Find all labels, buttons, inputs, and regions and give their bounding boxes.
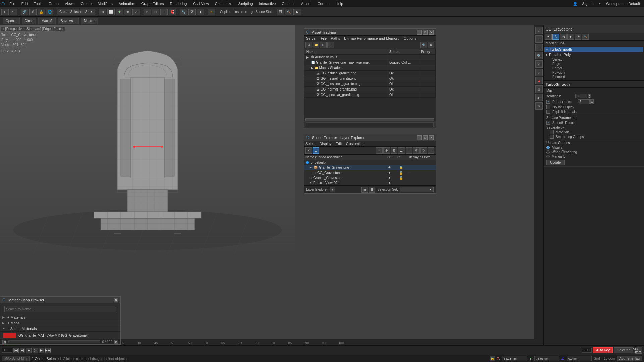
render-iters-up[interactable]: ▲ (590, 99, 594, 102)
se-tb-freeze[interactable]: ❄ (413, 147, 420, 154)
menu-file[interactable]: File (7, 1, 18, 6)
open-btn[interactable]: Open... (3, 18, 20, 24)
create-sel-dropdown[interactable]: ▼ (90, 10, 93, 13)
scene-tool-9[interactable]: ◐ (535, 94, 543, 101)
hierarchy-tab-icon[interactable]: ⋈ (560, 34, 567, 40)
mat-scene-header[interactable]: ▼ - Scene Materials (0, 326, 120, 332)
mat-close-btn[interactable]: ✕ (114, 298, 118, 302)
asset-menu-options[interactable]: Options (404, 36, 416, 40)
iterations-down[interactable]: ▼ (588, 96, 591, 98)
submod-vertex[interactable]: Vertex (551, 57, 643, 62)
se-tb-add2[interactable]: ⊕ (383, 147, 390, 154)
scene-tool-2[interactable]: ☰ (535, 35, 543, 43)
mat-next-btn[interactable]: ▶ (114, 340, 118, 344)
asset-menu-bitmap[interactable]: Bitmap Performance and Memory (344, 36, 399, 40)
menu-tools[interactable]: Tools (31, 1, 45, 6)
render-preview-btn[interactable]: ▶ (293, 9, 301, 15)
iterations-arrows[interactable]: ▲ ▼ (588, 94, 591, 98)
table-row[interactable]: 🖼 GG_glossines_granite.png Ok (304, 81, 436, 87)
scene-tool-10[interactable]: 👁 (535, 102, 543, 110)
utilities-tab-icon[interactable]: 🔨 (582, 34, 589, 40)
modifier-turbosmooth[interactable]: ▼ TurboSmooth (544, 47, 643, 52)
menu-interactive[interactable]: Interactive (256, 1, 279, 6)
scene-tool-3[interactable]: ◻ (535, 44, 543, 51)
smoothing-groups-checkbox[interactable] (550, 135, 554, 139)
col-display-header[interactable]: Display as Box (408, 155, 434, 159)
asset-path-bar[interactable] (304, 121, 436, 128)
unlink-btn[interactable]: ⛓ (29, 9, 37, 15)
render-iters-value[interactable]: 2 (578, 99, 590, 104)
create-tab-icon[interactable]: ✦ (545, 34, 552, 40)
col-fr-header[interactable]: Fr... (387, 155, 397, 159)
play-btn[interactable]: ▶ (26, 348, 32, 353)
menu-rendering[interactable]: Rendering (167, 1, 190, 6)
manually-radio[interactable] (546, 155, 550, 158)
menu-arnold[interactable]: Arnold (298, 1, 314, 6)
asset-minimize-btn[interactable]: _ (417, 30, 422, 35)
se-restore-btn[interactable]: □ (423, 135, 428, 140)
select-btn[interactable]: ⊕ (99, 9, 106, 15)
mat-section-materials[interactable]: ▶ + Materials (0, 315, 120, 320)
menu-graph-editors[interactable]: Graph Editors (139, 1, 167, 6)
menu-corona[interactable]: Corona (315, 1, 332, 6)
motion-tab-icon[interactable]: ▶ (567, 34, 574, 40)
obj-gg-gravestone[interactable]: ◻ GG_Gravestone 👁 🔒 ⊟ (304, 170, 436, 175)
dropdown-icon[interactable]: ▼ (598, 2, 601, 5)
submod-border[interactable]: Border (551, 66, 643, 70)
asset-path-input[interactable] (306, 122, 434, 127)
asset-tb-3[interactable]: ⊞ (320, 42, 327, 48)
submod-edge[interactable]: Edge (551, 62, 643, 66)
go-to-end-btn[interactable]: ▶▶| (45, 348, 51, 353)
y-coord-field[interactable]: 76.06mm (534, 356, 559, 361)
menu-views[interactable]: Views (62, 1, 77, 6)
scene-tool-1[interactable]: ⊕ (535, 27, 543, 34)
submod-element[interactable]: Element (551, 75, 643, 79)
table-row[interactable]: 🖼 GG_normal_granite.png Ok (304, 87, 436, 92)
array-btn[interactable]: ⊞ (160, 9, 168, 15)
scene-mat-item[interactable]: GG_granite_MAT (VRayMtl) [GG_Gravestone] (0, 332, 120, 339)
se-minimize-btn[interactable]: _ (417, 135, 422, 140)
sign-in-btn[interactable]: Sign In (580, 1, 596, 6)
explicit-normals-checkbox[interactable] (546, 110, 550, 114)
always-radio[interactable] (546, 146, 550, 149)
render-setup-btn[interactable]: 🔧 (180, 9, 187, 15)
asset-hscroll-track[interactable] (305, 118, 434, 121)
table-row[interactable]: ▶ 🏛 Autodesk Vault (304, 55, 436, 60)
asset-hscrollbar[interactable] (304, 118, 436, 121)
se-tb-close[interactable]: ✕ (305, 147, 312, 154)
menu-content[interactable]: Content (279, 1, 298, 6)
key-filter-btn[interactable]: Key Filters... (635, 347, 642, 354)
table-row[interactable]: 🖼 GG_fresnel_granite.png Ok (304, 76, 436, 81)
asset-close-btn[interactable]: ✕ (429, 30, 434, 35)
col-r-header[interactable]: R... (397, 155, 408, 159)
menu-help[interactable]: Help (333, 1, 346, 6)
menu-customize[interactable]: Customize (212, 1, 235, 6)
table-row[interactable]: 🖼 GG_diffuse_granite.png Ok (304, 71, 436, 76)
mat-search-input[interactable] (4, 306, 116, 312)
render-tools-btn[interactable]: 🔨 (285, 9, 292, 15)
render-iters-down[interactable]: ▼ (590, 102, 594, 104)
selection-set-dropdown[interactable]: ▼ (400, 187, 434, 192)
scene-tool-6[interactable]: ⤢ (535, 69, 543, 76)
link-btn[interactable]: 🔗 (21, 9, 28, 15)
materials-checkbox[interactable] (550, 130, 554, 134)
se-menu-display[interactable]: Display (320, 142, 332, 146)
asset-tb-2[interactable]: 📁 (313, 42, 319, 48)
create-selection-set-btn[interactable]: Create Selection Se ▼ (57, 9, 95, 15)
se-tb-table[interactable]: ⊞ (391, 147, 397, 154)
scene-tool-7[interactable]: 🔺 (535, 77, 543, 84)
viewport-3d[interactable]: + [Perspective] [Standard] [Edged Faces]… (0, 25, 534, 339)
se-menu-customize[interactable]: Customize (346, 142, 364, 146)
active-shade-btn[interactable]: ◑ (197, 9, 204, 15)
selected-label[interactable]: Selected (614, 347, 633, 353)
asset-menu-file[interactable]: File (321, 36, 327, 40)
submod-polygon[interactable]: Polygon (551, 70, 643, 75)
se-tb-add[interactable]: + (376, 147, 383, 154)
bind-world-btn[interactable]: 🌐 (46, 9, 53, 15)
iterations-up[interactable]: ▲ (588, 94, 591, 96)
table-row[interactable]: ▶ 📁 Maps / Shaders (304, 65, 436, 71)
scene-tool-8[interactable]: ⊞ (535, 85, 543, 93)
asset-menu-server[interactable]: Server (306, 36, 317, 40)
table-row[interactable]: 📄 Granite_Gravestone_max_vray.max Logged… (304, 60, 436, 65)
modify-tab-icon[interactable]: 🔧 (552, 34, 559, 40)
